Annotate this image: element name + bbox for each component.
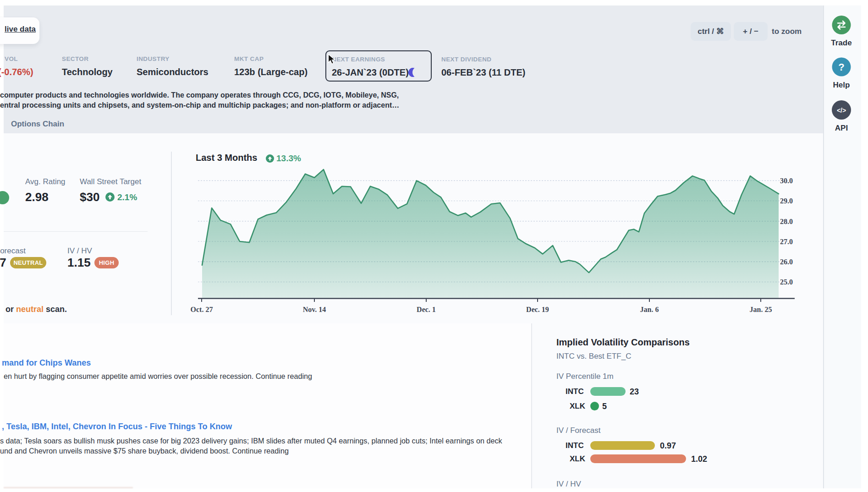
svg-text:Jan. 25: Jan. 25	[750, 306, 772, 313]
svg-text:Nov. 14: Nov. 14	[303, 306, 326, 313]
svg-text:29.0: 29.0	[780, 197, 793, 205]
svg-text:</>: </>	[837, 107, 846, 114]
svg-text:25.0: 25.0	[780, 278, 793, 286]
svg-text:26.0: 26.0	[780, 258, 793, 266]
svg-text:30.0: 30.0	[780, 177, 793, 185]
svg-text:28.0: 28.0	[780, 218, 793, 225]
svg-text:Jan. 6: Jan. 6	[640, 306, 659, 313]
svg-text:27.0: 27.0	[780, 238, 793, 246]
svg-text:Dec. 19: Dec. 19	[526, 306, 549, 313]
svg-text:2.1%: 2.1%	[117, 192, 137, 202]
svg-text:Dec. 1: Dec. 1	[417, 306, 436, 313]
svg-text:?: ?	[838, 61, 844, 73]
svg-text:Oct. 27: Oct. 27	[191, 306, 213, 313]
